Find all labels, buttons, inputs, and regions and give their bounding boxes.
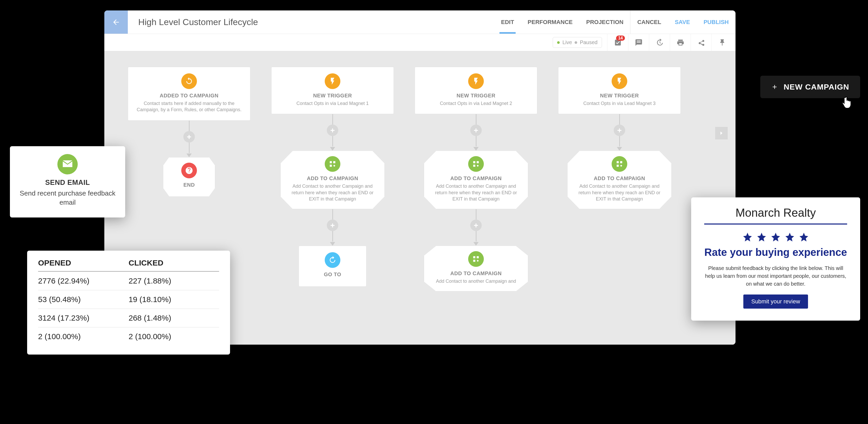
stop-icon	[181, 163, 197, 178]
star-icon	[771, 232, 781, 242]
feedback-brand: Monarch Realty	[704, 206, 847, 219]
add-to-campaign-node[interactable]: ADD TO CAMPAIGN Add Contact to another C…	[280, 151, 385, 209]
add-to-campaign-node[interactable]: ADD TO CAMPAIGN Add Contact to another C…	[567, 151, 672, 209]
submit-review-button[interactable]: Submit your review	[743, 294, 808, 309]
send-email-title: SEND EMAIL	[19, 178, 116, 187]
added-to-campaign-icon	[181, 73, 197, 89]
lightning-icon	[325, 73, 340, 89]
live-dot-icon	[557, 41, 560, 44]
lightning-icon	[612, 73, 627, 89]
tab-publish[interactable]: PUBLISH	[696, 10, 736, 34]
trigger-node[interactable]: NEW TRIGGER Contact Opts in via Lead Mag…	[558, 67, 681, 114]
status-pill[interactable]: Live Paused	[553, 37, 602, 48]
add-step-button[interactable]: +	[470, 124, 482, 136]
campaign-icon	[612, 156, 627, 172]
trigger-node[interactable]: NEW TRIGGER Contact Opts in via Lead Mag…	[271, 67, 394, 114]
node-desc: Add Contact to another Campaign and	[433, 278, 519, 284]
add-step-button[interactable]: +	[183, 131, 195, 143]
arrow-down-icon	[617, 147, 622, 151]
node-desc: Add Contact to another Campaign and retu…	[433, 183, 519, 202]
node-title: GO TO	[306, 272, 359, 278]
connector-line	[189, 121, 190, 131]
notes-icon	[635, 39, 643, 47]
share-icon	[698, 39, 705, 47]
node-desc: Contact Opts in via Lead Magnet 3	[566, 100, 673, 107]
connector-line	[189, 143, 190, 153]
connector-line	[476, 209, 476, 220]
tab-save[interactable]: SAVE	[668, 10, 696, 34]
table-row: 2 (100.00%) 2 (100.00%)	[38, 328, 219, 346]
connector-line	[332, 136, 333, 146]
node-title: END	[172, 182, 206, 188]
trigger-node[interactable]: ADDED TO CAMPAIGN Contact starts here if…	[128, 67, 250, 121]
col-clicked: CLICKED	[129, 258, 219, 267]
stats-header: OPENED CLICKED	[38, 258, 219, 272]
cell-opened: 2776 (22.94%)	[38, 277, 129, 285]
page-title: High Level Customer Lifecycle	[128, 10, 268, 34]
toolbar: Live Paused 14	[104, 34, 736, 51]
feedback-body: Please submit feedback by clicking the l…	[704, 264, 847, 288]
plus-icon	[771, 84, 778, 90]
history-icon	[656, 39, 663, 47]
arrow-down-icon	[186, 153, 192, 157]
goto-node[interactable]: GO TO	[299, 246, 367, 287]
arrow-down-icon	[330, 242, 335, 246]
add-column-button[interactable]	[715, 127, 728, 139]
campaign-icon	[468, 251, 484, 267]
send-email-desc: Send recent purchase feedback email	[19, 189, 116, 207]
back-button[interactable]	[104, 10, 128, 34]
connector-line	[332, 209, 333, 220]
add-step-button[interactable]: +	[470, 220, 482, 231]
node-title: NEW TRIGGER	[279, 93, 386, 99]
rating-stars[interactable]	[704, 232, 847, 242]
checklist-button[interactable]: 14	[607, 34, 628, 51]
share-button[interactable]	[691, 34, 712, 51]
node-desc: Contact Opts in via Lead Magnet 2	[422, 100, 530, 107]
lightning-icon	[468, 73, 484, 89]
cell-clicked: 2 (100.00%)	[129, 332, 219, 341]
status-paused-label: Paused	[580, 39, 597, 46]
add-step-button[interactable]: +	[327, 124, 338, 136]
add-step-button[interactable]: +	[614, 124, 625, 136]
notes-button[interactable]	[628, 34, 649, 51]
col-opened: OPENED	[38, 258, 129, 267]
tab-projection[interactable]: PROJECTION	[579, 10, 630, 34]
table-row: 53 (50.48%) 19 (18.10%)	[38, 290, 219, 309]
paused-dot-icon	[575, 41, 577, 44]
print-button[interactable]	[670, 34, 691, 51]
new-campaign-label: NEW CAMPAIGN	[784, 83, 849, 91]
flow-column: NEW TRIGGER Contact Opts in via Lead Mag…	[271, 67, 394, 291]
chevron-right-icon	[718, 130, 724, 136]
history-button[interactable]	[649, 34, 670, 51]
divider	[704, 224, 847, 225]
add-to-campaign-node[interactable]: ADD TO CAMPAIGN Add Contact to another C…	[424, 246, 528, 291]
status-live-label: Live	[562, 39, 572, 46]
arrow-down-icon	[473, 242, 478, 246]
cell-opened: 53 (50.48%)	[38, 295, 129, 304]
campaign-icon	[468, 156, 484, 172]
star-icon	[799, 232, 809, 242]
node-title: NEW TRIGGER	[422, 93, 530, 99]
end-node[interactable]: END	[163, 157, 215, 197]
envelope-icon	[57, 154, 78, 174]
node-title: ADD TO CAMPAIGN	[433, 175, 519, 181]
new-campaign-button[interactable]: NEW CAMPAIGN	[760, 76, 860, 98]
trigger-node[interactable]: NEW TRIGGER Contact Opts in via Lead Mag…	[415, 67, 537, 114]
tab-performance[interactable]: PERFORMANCE	[521, 10, 579, 34]
add-to-campaign-node[interactable]: ADD TO CAMPAIGN Add Contact to another C…	[424, 151, 528, 209]
cursor-hand-icon	[841, 96, 852, 109]
tab-cancel[interactable]: CANCEL	[630, 10, 668, 34]
send-email-card[interactable]: SEND EMAIL Send recent purchase feedback…	[10, 146, 125, 218]
arrow-down-icon	[330, 147, 335, 151]
titlebar: High Level Customer Lifecycle EDIT PERFO…	[104, 10, 736, 34]
tab-edit[interactable]: EDIT	[494, 10, 521, 34]
goto-icon	[325, 252, 340, 268]
arrow-down-icon	[473, 147, 478, 151]
add-step-button[interactable]: +	[327, 220, 338, 231]
node-desc: Add Contact to another Campaign and retu…	[577, 183, 662, 202]
pin-button[interactable]	[712, 34, 733, 51]
connector-line	[332, 231, 333, 242]
connector-line	[332, 114, 333, 124]
node-title: NEW TRIGGER	[566, 93, 673, 99]
feedback-card: Monarch Realty Rate your buying experien…	[691, 197, 860, 320]
